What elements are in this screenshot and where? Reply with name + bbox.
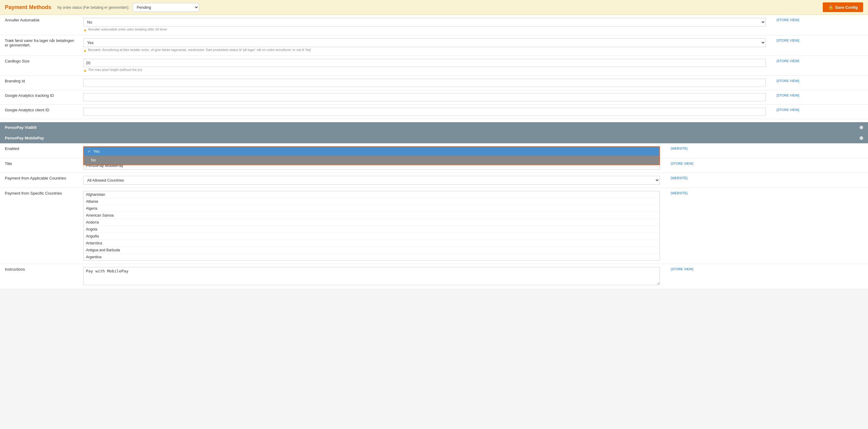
- instructions-scope[interactable]: [STORE VIEW]: [665, 264, 868, 289]
- table-row: Træk først varer fra lager når betalinge…: [0, 35, 868, 56]
- order-status-label: Ny ordre status (Før betaling er gennemf…: [57, 5, 129, 10]
- enabled-label: Enabled: [0, 143, 79, 158]
- annuller-label: Annuller Automatisk: [0, 15, 79, 35]
- cardlogo-input[interactable]: [83, 59, 766, 67]
- instructions-input-cell: Pay with MobilePay: [79, 264, 665, 289]
- mobilepay-toggle-icon: ⊕: [859, 135, 863, 141]
- list-item[interactable]: Antarctica: [84, 240, 660, 247]
- payment-applicable-label: Payment from Applicable Countries: [0, 173, 79, 188]
- viabill-section-header[interactable]: PensoPay ViaBill ⊕: [0, 122, 868, 133]
- viabill-section-title: PensoPay ViaBill: [5, 125, 36, 130]
- table-row: Google Analytics tracking ID [STORE VIEW…: [0, 90, 868, 105]
- branding-scope[interactable]: [STORE VIEW]: [771, 76, 868, 90]
- lock-icon: 🔒: [828, 5, 833, 10]
- list-item[interactable]: Antigua and Barbuda: [84, 247, 660, 254]
- enabled-option-no[interactable]: No: [84, 156, 659, 164]
- ga-client-input[interactable]: [83, 108, 766, 116]
- payment-applicable-select[interactable]: All Allowed Countries Specific Countries: [83, 176, 660, 185]
- mobilepay-section-title: PensoPay MobilePay: [5, 136, 44, 140]
- enabled-input-cell: Yes No ✓ Yes No: [79, 143, 665, 158]
- instructions-textarea[interactable]: Pay with MobilePay: [83, 267, 660, 285]
- annuller-hint: ▲ Annuller automatisk ordre uden betalin…: [83, 27, 766, 32]
- list-item[interactable]: Argentina: [84, 254, 660, 261]
- ga-client-label: Google Analytics client ID: [0, 105, 79, 119]
- table-row: Branding Id [STORE VIEW]: [0, 76, 868, 90]
- branding-label: Branding Id: [0, 76, 79, 90]
- enabled-scope[interactable]: [WEBSITE]: [665, 143, 868, 158]
- header-order-status: Ny ordre status (Før betaling er gennemf…: [51, 3, 823, 12]
- table-row: Cardlogo Size ▲ The max pixel height (wi…: [0, 56, 868, 76]
- enabled-dropdown-wrapper: Yes No ✓ Yes No: [83, 146, 660, 155]
- viabill-toggle-icon: ⊕: [859, 125, 863, 130]
- save-config-button[interactable]: 🔒 Save Config: [823, 2, 863, 12]
- table-row: Instructions Pay with MobilePay [STORE V…: [0, 264, 868, 289]
- mobilepay-form-table: Enabled Yes No ✓ Yes: [0, 143, 868, 289]
- empty-checkmark: [88, 158, 89, 162]
- ga-tracking-input-cell: [79, 90, 771, 105]
- traek-scope[interactable]: [STORE VIEW]: [771, 35, 868, 56]
- traek-hint: ▲ Bemærk: Annullering af ikke betalte or…: [83, 48, 766, 53]
- payment-specific-label: Payment from Specific Countries: [0, 188, 79, 264]
- ga-client-input-cell: [79, 105, 771, 119]
- branding-input-cell: [79, 76, 771, 90]
- page-header: Payment Methods Ny ordre status (Før bet…: [0, 0, 868, 15]
- warning-icon: ▲: [83, 48, 87, 53]
- list-item[interactable]: Andorra: [84, 219, 660, 226]
- list-item[interactable]: American Samoa: [84, 212, 660, 219]
- list-item[interactable]: Anguilla: [84, 233, 660, 240]
- title-scope[interactable]: [STORE VIEW]: [665, 158, 868, 173]
- ga-tracking-scope[interactable]: [STORE VIEW]: [771, 90, 868, 105]
- title-label: Title: [0, 158, 79, 173]
- traek-select[interactable]: Yes No: [83, 38, 766, 47]
- country-list[interactable]: AfghanistanAlbaniaAlgeriaAmerican SamoaA…: [83, 191, 660, 261]
- save-config-label: Save Config: [835, 5, 858, 10]
- list-item[interactable]: Albania: [84, 198, 660, 205]
- warning-icon: ▲: [83, 28, 87, 32]
- table-row: Enabled Yes No ✓ Yes: [0, 143, 868, 158]
- annuller-input-cell: No Yes ▲ Annuller automatisk ordre uden …: [79, 15, 771, 35]
- payment-applicable-input-cell: All Allowed Countries Specific Countries: [79, 173, 665, 188]
- traek-label: Træk først varer fra lager når betalinge…: [0, 35, 79, 56]
- list-item[interactable]: Afghanistan: [84, 191, 660, 198]
- instructions-label: Instructions: [0, 264, 79, 289]
- ga-tracking-input[interactable]: [83, 93, 766, 101]
- cardlogo-scope[interactable]: [STORE VIEW]: [771, 56, 868, 76]
- annuller-select[interactable]: No Yes: [83, 18, 766, 27]
- list-item[interactable]: Algeria: [84, 205, 660, 212]
- warning-icon: ▲: [83, 68, 87, 72]
- main-content: Annuller Automatisk No Yes ▲ Annuller au…: [0, 15, 868, 289]
- cardlogo-label: Cardlogo Size: [0, 56, 79, 76]
- payment-specific-input-cell: AfghanistanAlbaniaAlgeriaAmerican SamoaA…: [79, 188, 665, 264]
- order-status-select[interactable]: Pending: [133, 3, 199, 12]
- table-row: Payment from Specific Countries Afghanis…: [0, 188, 868, 264]
- page-title: Payment Methods: [5, 4, 51, 10]
- ga-client-scope[interactable]: [STORE VIEW]: [771, 105, 868, 119]
- table-row: Google Analytics client ID [STORE VIEW]: [0, 105, 868, 119]
- table-row: Payment from Applicable Countries All Al…: [0, 173, 868, 188]
- form-table: Annuller Automatisk No Yes ▲ Annuller au…: [0, 15, 868, 119]
- table-row: Annuller Automatisk No Yes ▲ Annuller au…: [0, 15, 868, 35]
- cardlogo-hint: ▲ The max pixel height (without the px): [83, 68, 766, 72]
- mobilepay-section-header[interactable]: PensoPay MobilePay ⊕: [0, 133, 868, 143]
- checkmark-icon: ✓: [88, 149, 91, 154]
- enabled-dropdown-popup: ✓ Yes No: [83, 146, 660, 165]
- list-item[interactable]: Angola: [84, 226, 660, 233]
- payment-specific-scope[interactable]: [WEBSITE]: [665, 188, 868, 264]
- cardlogo-input-cell: ▲ The max pixel height (without the px): [79, 56, 771, 76]
- annuller-scope[interactable]: [STORE VIEW]: [771, 15, 868, 35]
- ga-tracking-label: Google Analytics tracking ID: [0, 90, 79, 105]
- enabled-option-yes[interactable]: ✓ Yes: [84, 147, 659, 156]
- traek-input-cell: Yes No ▲ Bemærk: Annullering af ikke bet…: [79, 35, 771, 56]
- branding-input[interactable]: [83, 79, 766, 87]
- payment-applicable-scope[interactable]: [WEBSITE]: [665, 173, 868, 188]
